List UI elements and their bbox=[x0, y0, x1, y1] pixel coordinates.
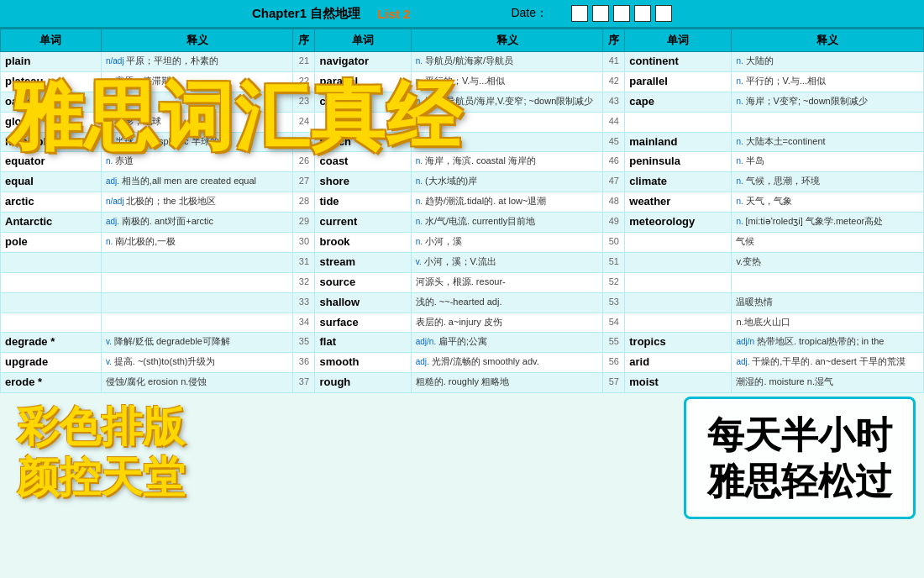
word-col3: moist bbox=[625, 373, 732, 393]
date-box-5[interactable] bbox=[655, 5, 672, 22]
def-col1: adj. 南极的. ant对面+arctic bbox=[101, 213, 293, 233]
word-col1: globe bbox=[1, 112, 102, 132]
num-col3: 53 bbox=[603, 292, 625, 313]
word-col3 bbox=[625, 313, 732, 333]
table-row: upgradev. 提高. ~(sth)to(sth)升级为36smoothad… bbox=[1, 353, 924, 373]
word-col2: parallel bbox=[315, 71, 411, 92]
table-row: 33shallow浅的. ~~-hearted adj.53温暖热情 bbox=[1, 292, 924, 313]
word-col3: continent bbox=[625, 52, 732, 72]
num-col2: 36 bbox=[293, 353, 315, 373]
header-chapter: Chapter1 自然地理 bbox=[252, 6, 360, 22]
pos-badge-2: adj. bbox=[416, 357, 432, 366]
def-col3: n. 天气，气象 bbox=[732, 192, 924, 213]
date-box-2[interactable] bbox=[592, 5, 609, 22]
def-col1: n/adj 北极的；the 北极地区 bbox=[101, 192, 293, 213]
def-col1 bbox=[101, 252, 293, 272]
num-col2: 23 bbox=[293, 92, 315, 112]
def-col2: n. 导航员/航海家/导航员 bbox=[411, 52, 603, 72]
table-row: plainn/adj 平原；平坦的，朴素的21navigatorn. 导航员/航… bbox=[1, 52, 924, 72]
num-col2: 33 bbox=[293, 292, 315, 313]
pos-badge-3: adj/n bbox=[736, 337, 756, 346]
pos-badge-2: n. bbox=[416, 76, 425, 86]
def-col3: 气候 bbox=[732, 233, 924, 253]
table-row: hemispheren. 半球. hemispheric 半球的25beachn… bbox=[1, 132, 924, 152]
def-col1: n. 绿洲 bbox=[101, 92, 293, 112]
num-col3: 49 bbox=[603, 213, 625, 233]
def-col1: n. 半球. hemispheric 半球的 bbox=[101, 132, 293, 152]
word-col3: cape bbox=[625, 92, 732, 112]
col-header-def1: 释义 bbox=[101, 29, 293, 52]
word-col2: shallow bbox=[315, 292, 411, 313]
word-col2: current bbox=[315, 213, 411, 233]
num-col2: 25 bbox=[293, 132, 315, 152]
word-col1 bbox=[1, 252, 102, 272]
table-row: globen. 球形；地球2444 bbox=[1, 112, 924, 132]
def-col2: n. 海滩 bbox=[411, 132, 603, 152]
word-col1: plateau bbox=[1, 71, 102, 92]
col-header-word1: 单词 bbox=[1, 29, 102, 52]
num-col2: 21 bbox=[293, 52, 315, 72]
word-col3 bbox=[625, 272, 732, 292]
pos-badge-3: n. bbox=[736, 156, 745, 166]
word-col2: navigator bbox=[315, 52, 411, 72]
word-col1: erode * bbox=[1, 373, 102, 393]
word-col3: parallel bbox=[625, 71, 732, 92]
num-col2: 27 bbox=[293, 172, 315, 192]
word-col1: Antarctic bbox=[1, 213, 102, 233]
pos-badge-2: v. bbox=[416, 257, 424, 266]
num-col2: 37 bbox=[293, 373, 315, 393]
def-col2: n. 小河，溪 bbox=[411, 233, 603, 253]
date-box-1[interactable] bbox=[571, 5, 588, 22]
num-col3: 41 bbox=[603, 52, 625, 72]
num-col3: 43 bbox=[603, 92, 625, 112]
num-col2: 30 bbox=[293, 233, 315, 253]
word-col1: hemisphere bbox=[1, 132, 102, 152]
def-col2: 河源头，根源. resour- bbox=[411, 272, 603, 292]
pos-badge-1: n. bbox=[106, 97, 115, 106]
pos-badge-2: n. bbox=[416, 197, 425, 206]
pos-badge-3: n. bbox=[736, 197, 745, 206]
date-box-4[interactable] bbox=[634, 5, 651, 22]
def-col3: 温暖热情 bbox=[732, 292, 924, 313]
overlay-bottom-right-text: 每天半小时 雅思轻松过 bbox=[707, 412, 892, 504]
page-wrapper: Chapter1 自然地理 List 2 Date： 单词 释义 序 单词 释义… bbox=[0, 0, 924, 578]
word-col3: arid bbox=[625, 353, 732, 373]
def-col2: n. 海角/导航员/海岸,V.变窄; ~down限制减少 bbox=[411, 92, 603, 112]
word-col3 bbox=[625, 252, 732, 272]
pos-badge-1: adj. bbox=[106, 176, 122, 186]
def-col3: adj/n 热带地区. tropical热带的; in the bbox=[732, 333, 924, 353]
word-col2: source bbox=[315, 272, 411, 292]
pos-badge-1: n. bbox=[106, 156, 115, 166]
table-row: equatorn. 赤道26coastn. 海岸，海滨. coastal 海岸的… bbox=[1, 152, 924, 172]
def-col2: 粗糙的. roughly 粗略地 bbox=[411, 373, 603, 393]
table-row: 31streamv. 小河，溪；V.流出51v.变热 bbox=[1, 252, 924, 272]
def-col2: n. 海岸，海滨. coastal 海岸的 bbox=[411, 152, 603, 172]
def-col3: n.地底火山口 bbox=[732, 313, 924, 333]
overlay-bottom-right: 每天半小时 雅思轻松过 bbox=[684, 397, 916, 519]
word-col3 bbox=[625, 233, 732, 253]
def-col2: v. 小河，溪；V.流出 bbox=[411, 252, 603, 272]
vocab-table-container: 单词 释义 序 单词 释义 序 单词 释义 plainn/adj 平原；平坦的，… bbox=[0, 29, 924, 393]
table-row: oasisn. 绿洲23capen. 海角/导航员/海岸,V.变窄; ~down… bbox=[1, 92, 924, 112]
word-col2: smooth bbox=[315, 353, 411, 373]
num-col3: 54 bbox=[603, 313, 625, 333]
col-header-num1: 序 bbox=[293, 29, 315, 52]
word-col1 bbox=[1, 292, 102, 313]
num-col3: 47 bbox=[603, 172, 625, 192]
pos-badge-1: n. bbox=[106, 76, 115, 86]
overlay-left-line2: 颜控天堂 bbox=[17, 452, 185, 502]
pos-badge-2: n. bbox=[416, 56, 425, 66]
def-col3: 潮湿的. moisture n.湿气 bbox=[732, 373, 924, 393]
overlay-right-line2: 雅思轻松过 bbox=[707, 458, 892, 504]
def-col1: 侵蚀/腐化 erosion n.侵蚀 bbox=[101, 373, 293, 393]
col-header-def2: 释义 bbox=[411, 29, 603, 52]
overlay-bottom-left-text: 彩色排版 颜控天堂 bbox=[17, 402, 185, 502]
word-col2: tide bbox=[315, 192, 411, 213]
num-col2: 28 bbox=[293, 192, 315, 213]
header: Chapter1 自然地理 List 2 Date： bbox=[0, 0, 924, 29]
date-box-3[interactable] bbox=[613, 5, 630, 22]
table-row: arcticn/adj 北极的；the 北极地区28tiden. 趋势/潮流.t… bbox=[1, 192, 924, 213]
num-col3: 42 bbox=[603, 71, 625, 92]
word-col1: equator bbox=[1, 152, 102, 172]
table-row: degrade *v. 降解/贬低 degradeble可降解35flatadj… bbox=[1, 333, 924, 353]
